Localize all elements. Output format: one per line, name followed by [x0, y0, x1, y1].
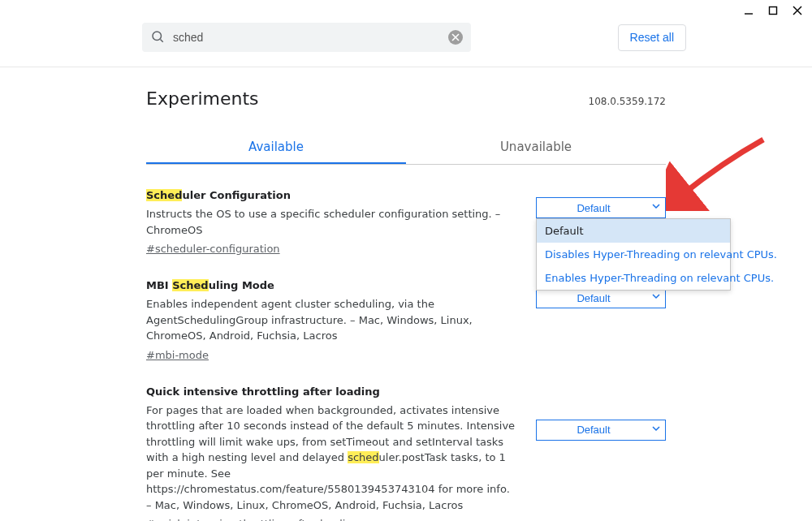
- experiment-description: Enables independent agent cluster schedu…: [146, 296, 516, 344]
- title-text: MBI: [146, 279, 172, 291]
- experiment-body: Quick intensive throttling after loading…: [146, 385, 516, 522]
- experiment-title: Quick intensive throttling after loading: [146, 385, 516, 398]
- experiment-body: Scheduler Configuration Instructs the OS…: [146, 189, 516, 255]
- highlight-match: Sched: [146, 189, 182, 201]
- experiment-body: MBI Scheduling Mode Enables independent …: [146, 279, 516, 361]
- highlight-match: sched: [348, 451, 378, 463]
- experiment-row: MBI Scheduling Mode Enables independent …: [146, 279, 666, 361]
- svg-rect-1: [770, 7, 777, 15]
- tabs: Available Unavailable: [146, 131, 666, 165]
- search-input[interactable]: [165, 31, 448, 44]
- tab-unavailable[interactable]: Unavailable: [406, 131, 666, 164]
- tab-available[interactable]: Available: [146, 131, 406, 164]
- dropdown-option[interactable]: Default: [537, 219, 730, 243]
- close-icon[interactable]: [789, 5, 806, 19]
- svg-line-5: [160, 39, 162, 41]
- experiment-description: For pages that are loaded when backgroun…: [146, 403, 516, 514]
- experiment-anchor[interactable]: #quick-intensive-throttling-after-loadin…: [146, 518, 359, 521]
- reset-all-button[interactable]: Reset all: [618, 24, 686, 51]
- experiment-title: MBI Scheduling Mode: [146, 279, 516, 291]
- dropdown-menu: Default Disables Hyper-Threading on rele…: [536, 218, 731, 291]
- dropdown-option[interactable]: Enables Hyper-Threading on relevant CPUs…: [537, 266, 730, 290]
- experiment-anchor[interactable]: #scheduler-configuration: [146, 243, 280, 255]
- maximize-icon[interactable]: [765, 5, 781, 19]
- minimize-icon[interactable]: [741, 5, 757, 19]
- select-button[interactable]: Default: [536, 420, 666, 441]
- annotation-arrow-icon: [666, 130, 771, 211]
- experiment-title: Scheduler Configuration: [146, 189, 516, 201]
- topbar: Reset all: [0, 0, 812, 67]
- clear-search-icon[interactable]: [448, 30, 463, 45]
- page-title: Experiments: [146, 88, 259, 109]
- search-icon: [150, 29, 165, 46]
- page-content: Experiments 108.0.5359.172 Available Una…: [146, 88, 666, 521]
- highlight-match: Sched: [172, 279, 208, 291]
- experiment-row: Quick intensive throttling after loading…: [146, 385, 666, 522]
- experiment-select[interactable]: Default Default Disables Hyper-Threading…: [536, 197, 666, 218]
- select-button[interactable]: Default: [536, 197, 666, 218]
- version-text: 108.0.5359.172: [589, 96, 666, 107]
- window-controls: [741, 5, 806, 19]
- search-box[interactable]: [142, 23, 471, 52]
- svg-point-4: [153, 32, 162, 41]
- experiment-description: Instructs the OS to use a specific sched…: [146, 206, 516, 238]
- experiment-row: Scheduler Configuration Instructs the OS…: [146, 189, 666, 255]
- experiment-select[interactable]: Default: [536, 420, 666, 441]
- title-text: uling Mode: [209, 279, 274, 291]
- title-text: uler Configuration: [182, 189, 290, 201]
- dropdown-option[interactable]: Disables Hyper-Threading on relevant CPU…: [537, 243, 730, 266]
- experiment-anchor[interactable]: #mbi-mode: [146, 349, 209, 361]
- header-row: Experiments 108.0.5359.172: [146, 88, 666, 109]
